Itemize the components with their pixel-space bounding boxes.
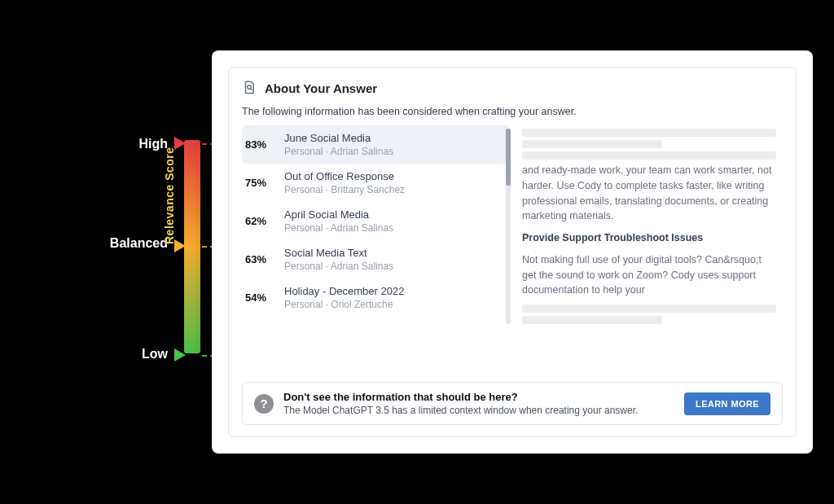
source-title: Out of Office Response [284,170,405,182]
source-subtitle: Personal · Adrian Salinas [284,261,393,272]
answer-card: About Your Answer The following informat… [212,50,813,454]
source-item[interactable]: 75% Out of Office Response Personal · Br… [242,164,511,202]
panel-title: About Your Answer [265,81,377,95]
relevance-percent: 63% [245,253,273,265]
source-title: Holiday - December 2022 [284,285,404,297]
source-title: Social Media Text [284,247,393,259]
source-item[interactable]: 54% Holiday - December 2022 Personal · O… [242,278,511,317]
pointer-low-icon [174,348,186,362]
pointer-high-icon [174,137,186,150]
relevance-percent: 83% [245,138,273,151]
preview-heading: Provide Support Troubleshoot Issues [522,232,703,243]
panel-subtext: The following information has been consi… [242,106,783,117]
source-item[interactable]: 63% Social Media Text Personal · Adrian … [242,240,511,278]
relevance-percent: 62% [245,215,273,227]
info-callout: ? Don't see the information that should … [242,382,783,425]
skeleton-line [522,316,662,324]
document-icon [242,79,257,98]
callout-text: The Model ChatGPT 3.5 has a limited cont… [283,405,638,416]
skeleton-line [522,140,662,148]
question-icon: ? [254,394,274,414]
source-title: April Social Media [284,208,393,221]
source-item[interactable]: 62% April Social Media Personal · Adrian… [242,202,511,240]
skeleton-line [522,151,776,160]
source-title: June Social Media [284,132,393,144]
relevance-axis-label: Relevance Score [163,147,176,244]
skeleton-line [522,129,776,137]
skeleton-line [522,305,776,313]
relevance-label-high: High [78,137,168,151]
source-item[interactable]: 83% June Social Media Personal · Adrian … [242,125,511,164]
source-list[interactable]: 83% June Social Media Personal · Adrian … [242,125,511,337]
relevance-rail: High Balanced Low Relevance Score [0,0,212,504]
source-subtitle: Personal · Oriol Zertuche [284,299,404,310]
source-subtitle: Personal · Brittany Sanchez [284,184,405,195]
preview-text: Not making full use of your digital tool… [522,252,776,298]
source-subtitle: Personal · Adrian Salinas [284,222,393,234]
relevance-label-balanced: Balanced [78,236,168,251]
relevance-gradient-bar [184,140,200,353]
scrollbar-thumb[interactable] [506,129,511,186]
answer-panel: About Your Answer The following informat… [228,67,797,437]
preview-text: and ready-made work, your team can work … [522,163,776,224]
source-subtitle: Personal · Adrian Salinas [284,146,393,157]
relevance-percent: 54% [245,291,273,304]
relevance-percent: 75% [245,177,273,189]
callout-heading: Don't see the information that should be… [283,391,638,403]
learn-more-button[interactable]: LEARN MORE [684,392,770,415]
source-preview: and ready-made work, your team can work … [522,125,783,337]
panel-header: About Your Answer [242,79,783,98]
pointer-balanced-icon [174,239,186,252]
relevance-label-low: Low [78,347,168,362]
